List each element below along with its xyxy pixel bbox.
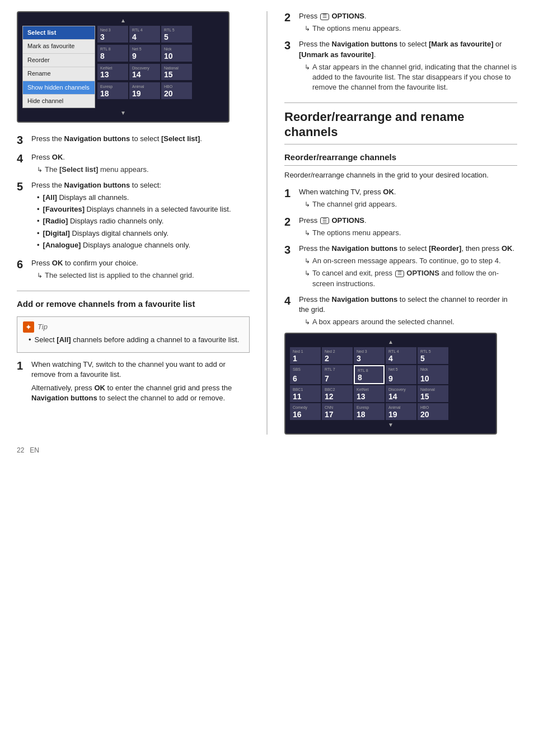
reorder-step-1: 1 When watching TV, press OK. ↳ The chan… <box>284 187 517 209</box>
grid2-ned1: Ned 11 <box>290 347 321 364</box>
tip-text: Select [All] channels before adding a ch… <box>29 335 243 345</box>
channel-cell-net5: Net 59 <box>129 45 160 62</box>
channel-cell-nick: Nick10 <box>161 45 192 62</box>
step-6-confirm: 6 Press OK to confirm your choice. ↳ The… <box>17 258 250 281</box>
step-3-text: Press the Navigation buttons to select [… <box>31 134 250 144</box>
step-4-text: Press OK. <box>31 152 250 162</box>
arrow-icon-rs3b: ↳ <box>305 269 310 278</box>
step-4-content: Press OK. ↳ The [Select list] menu appea… <box>31 152 250 175</box>
reorder-step-4: 4 Press the Navigation buttons to select… <box>284 295 517 328</box>
step-5-list: [All] Displays all channels. [Favourites… <box>37 193 250 250</box>
right-step-3-sub: ↳ A star appears in the channel grid, in… <box>305 62 517 93</box>
reorder-step-3-content: Press the Navigation buttons to select [… <box>299 244 517 289</box>
reorder-step-1-text: When watching TV, press OK. <box>299 187 517 197</box>
right-step-3: 3 Press the Navigation buttons to select… <box>284 39 517 92</box>
options-icon-rs3: ☰ <box>395 270 404 277</box>
arrow-icon-rs3a: ↳ <box>305 256 310 266</box>
reorder-step-3-sub2: ↳ To cancel and exit, press ☰ OPTIONS an… <box>305 268 517 288</box>
grid2-rtl5: RTL 55 <box>418 347 448 364</box>
grid2-cnn: CNN17 <box>322 403 353 420</box>
channel-cell-ned3: Ned 33 <box>97 26 128 43</box>
grid2-national: National15 <box>418 385 448 402</box>
nav-arrow-up-2: ▲ <box>290 338 491 346</box>
grid2-ketnet: KetNet13 <box>354 385 385 402</box>
channel-grid-screenshot-1: ▲ Select list Mark as favourite Reorder … <box>17 11 229 123</box>
bullet-radio: [Radio] Displays radio channels only. <box>37 216 250 226</box>
grid2-row-4: Comedy16 CNN17 Euresp18 Animal19 HBO20 <box>290 403 491 420</box>
channel-cell-rtl8: RTL 88 <box>97 45 128 62</box>
arrow-icon-rs1: ↳ <box>305 200 310 209</box>
reorder-step-4-text: Press the Navigation buttons to select t… <box>299 295 517 315</box>
channel-cell-hbo: HBO20 <box>161 82 192 99</box>
add-remove-step-1-content: When watching TV, switch to the channel … <box>31 360 250 406</box>
channel-cell-rtl4: RTL 44 <box>129 26 160 43</box>
arrow-icon-4: ↳ <box>37 165 43 175</box>
options-icon-2: ☰ <box>320 13 329 20</box>
right-step-3-text: Press the Navigation buttons to select [… <box>299 39 517 59</box>
step-6-text: Press OK to confirm your choice. <box>31 258 250 268</box>
page-number: 22 <box>17 446 24 455</box>
step-6-content: Press OK to confirm your choice. ↳ The s… <box>31 258 250 281</box>
right-step-2-content: Press ☰ OPTIONS. ↳ The options menu appe… <box>299 11 517 34</box>
reorder-step-1-sub-text: The channel grid appears. <box>312 199 397 209</box>
reorder-step-3-text: Press the Navigation buttons to select [… <box>299 244 517 254</box>
reorder-step-number-2: 2 <box>284 216 294 228</box>
right-column: 2 Press ☰ OPTIONS. ↳ The options menu ap… <box>266 11 517 435</box>
reorder-step-3-sub1-text: An on-screen message appears. To continu… <box>312 256 501 266</box>
reorder-step-4-content: Press the Navigation buttons to select t… <box>299 295 517 328</box>
arrow-icon-6: ↳ <box>37 271 43 281</box>
step-number-6: 6 <box>17 258 27 270</box>
tip-content: Select [All] channels before adding a ch… <box>29 335 243 345</box>
tip-star-icon: ✦ <box>23 321 34 333</box>
menu-item-mark-favourite[interactable]: Mark as favourite <box>23 40 95 53</box>
step-4-sub-text: The [Select list] menu appears. <box>45 165 149 175</box>
page-footer: 22 EN <box>17 446 517 455</box>
arrow-icon-rs4: ↳ <box>305 318 310 327</box>
right-step-2-sub-text: The options menu appears. <box>312 24 401 34</box>
menu-item-rename[interactable]: Rename <box>23 67 95 81</box>
grid2-row-1: Ned 11 Ned 22 Ned 33 RTL 44 RTL 55 <box>290 347 491 364</box>
nav-arrow-down-2: ▼ <box>290 421 491 429</box>
reorder-step-number-1: 1 <box>284 187 294 199</box>
reorder-step-1-sub: ↳ The channel grid appears. <box>305 199 517 209</box>
reorder-step-number-3: 3 <box>284 244 294 256</box>
right-step-3-content: Press the Navigation buttons to select [… <box>299 39 517 92</box>
reorder-step-4-sub-text: A box appears around the selected channe… <box>312 317 455 327</box>
reorder-step-4-sub: ↳ A box appears around the selected chan… <box>305 317 517 327</box>
right-step-2: 2 Press ☰ OPTIONS. ↳ The options menu ap… <box>284 11 517 34</box>
reorder-step-number-4: 4 <box>284 295 294 307</box>
grid-row-2: RTL 88 Net 59 Nick10 <box>97 45 224 62</box>
reorder-step-2-sub-text: The options menu appears. <box>312 228 401 238</box>
channel-cell-national: National15 <box>161 64 192 81</box>
divider-reorder <box>284 102 517 103</box>
menu-item-reorder[interactable]: Reorder <box>23 54 95 67</box>
arrow-icon-r2: ↳ <box>305 24 310 34</box>
right-step-number-2: 2 <box>284 11 294 24</box>
page-lang: EN <box>30 446 39 455</box>
tip-header: ✦ Tip <box>23 321 243 333</box>
step-5-content: Press the Navigation buttons to select: … <box>31 180 250 253</box>
step-5-nav-select: 5 Press the Navigation buttons to select… <box>17 180 250 253</box>
menu-item-select-list[interactable]: Select list <box>23 26 95 40</box>
grid2-rtl4: RTL 44 <box>386 347 416 364</box>
step-5-text: Press the Navigation buttons to select: <box>31 180 250 190</box>
step-number-5: 5 <box>17 180 27 193</box>
grid2-rtl8: RTL 88 <box>354 365 385 384</box>
channel-cell-animal: Animal19 <box>129 82 160 99</box>
grid2-hbo: HBO20 <box>418 403 448 420</box>
reorder-step-2-text: Press ☰ OPTIONS. <box>299 216 517 226</box>
divider-reorder-sub <box>284 144 517 144</box>
reorder-desc: Reorder/rearrange channels in the grid t… <box>284 170 517 180</box>
step-number-3: 3 <box>17 134 27 146</box>
right-step-3-sub-text: A star appears in the channel grid, indi… <box>312 62 517 93</box>
grid2-bbc1: BBC111 <box>290 385 321 402</box>
reorder-step-2-sub: ↳ The options menu appears. <box>305 228 517 238</box>
reorder-step-2: 2 Press ☰ OPTIONS. ↳ The options menu ap… <box>284 216 517 238</box>
right-step-2-text: Press ☰ OPTIONS. <box>299 11 517 21</box>
grid2-bbc2: BBC212 <box>322 385 353 402</box>
step-3-content: Press the Navigation buttons to select [… <box>31 134 250 146</box>
grid-row-1: Ned 33 RTL 44 RTL 55 <box>97 26 224 43</box>
menu-item-hide-channel[interactable]: Hide channel <box>23 95 95 108</box>
menu-item-show-hidden[interactable]: Show hidden channels <box>23 81 95 95</box>
reorder-section-title: Reorder/rearrange and rename channels <box>284 110 517 139</box>
